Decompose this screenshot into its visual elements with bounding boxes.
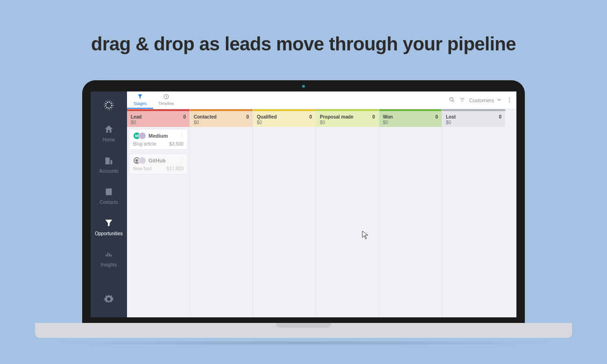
- card-company: GitHub: [148, 158, 166, 163]
- laptop-bezel: Home Accounts Contacts: [82, 80, 525, 323]
- contact-avatar: [139, 132, 146, 140]
- sidebar-item-label: Accounts: [99, 168, 118, 174]
- sidebar-item-contacts[interactable]: Contacts: [99, 187, 118, 205]
- laptop-mockup: Home Accounts Contacts: [82, 80, 525, 345]
- gear-icon: [104, 298, 114, 306]
- svg-rect-5: [111, 255, 112, 257]
- laptop-base: [35, 323, 572, 338]
- funnel-icon: [137, 93, 143, 101]
- kanban-column-lost[interactable]: Lost 0 $0: [442, 109, 505, 317]
- sidebar-item-label: Contacts: [99, 200, 118, 205]
- more-icon[interactable]: [506, 97, 513, 104]
- stage-name: Proposal made: [320, 114, 353, 119]
- sidebar-item-label: Opportunities: [95, 231, 122, 236]
- sidebar-item-home[interactable]: Home: [103, 124, 115, 142]
- stage-amount: $0: [257, 120, 312, 125]
- kanban-column-won[interactable]: Won 0 $0: [379, 109, 442, 317]
- stage-amount: $0: [446, 120, 501, 125]
- kanban-column-lead[interactable]: Lead 0 $0 M Medium: [127, 109, 190, 317]
- view-selector-label: Customers: [469, 98, 494, 103]
- stage-name: Lost: [446, 114, 456, 119]
- card-company: Medium: [148, 133, 168, 139]
- topbar-actions: Customers: [449, 91, 513, 109]
- page-headline: drag & drop as leads move through your p…: [0, 34, 607, 55]
- svg-point-9: [509, 99, 510, 100]
- stage-count: 0: [499, 114, 501, 119]
- column-header: Lost 0 $0: [442, 109, 505, 127]
- card-subject: Blog article: [133, 141, 156, 147]
- tab-timeline[interactable]: Timeline: [153, 91, 179, 109]
- stage-name: Qualified: [257, 114, 277, 119]
- contact-avatar: [139, 157, 146, 164]
- avatar-stack: M: [133, 132, 146, 140]
- kanban-column-proposal[interactable]: Proposal made 0 $0: [316, 109, 379, 317]
- stage-count: 0: [183, 114, 186, 119]
- settings-button[interactable]: [104, 294, 114, 306]
- svg-rect-2: [106, 254, 107, 257]
- card-subject: New font: [133, 166, 151, 171]
- home-icon: [104, 124, 114, 135]
- stage-amount: $0: [383, 120, 438, 125]
- column-header: Proposal made 0 $0: [316, 109, 379, 127]
- tab-label: Stages: [134, 101, 147, 106]
- card-more-icon[interactable]: ⋮: [179, 132, 184, 138]
- kanban-board: Lead 0 $0 M Medium: [127, 109, 516, 317]
- svg-point-10: [509, 101, 510, 102]
- sidebar-item-insights[interactable]: Insights: [101, 249, 117, 267]
- opportunity-card[interactable]: GitHub ⋮ New font $17,800: [129, 154, 188, 175]
- svg-point-0: [106, 102, 112, 108]
- opportunity-card[interactable]: M Medium ⋮ Blog article $3,500: [129, 129, 188, 150]
- contact-icon: [104, 187, 114, 198]
- stage-amount: $0: [131, 120, 186, 125]
- kanban-column-contacted[interactable]: Contacted 0 $0: [190, 109, 253, 317]
- building-icon: [104, 155, 114, 167]
- main-area: Stages Timeline: [127, 91, 516, 317]
- app-screen: Home Accounts Contacts: [91, 91, 516, 317]
- sidebar: Home Accounts Contacts: [91, 91, 127, 317]
- stage-count: 0: [246, 114, 249, 119]
- app-logo[interactable]: [103, 98, 115, 110]
- column-header: Contacted 0 $0: [190, 109, 253, 127]
- view-selector[interactable]: Customers: [469, 97, 502, 104]
- tab-label: Timeline: [158, 101, 174, 106]
- clock-icon: [163, 93, 169, 101]
- view-tabs: Stages Timeline: [127, 91, 179, 109]
- column-header: Qualified 0 $0: [253, 109, 316, 127]
- tab-stages[interactable]: Stages: [127, 91, 153, 109]
- stage-count: 0: [372, 114, 375, 119]
- sidebar-item-label: Insights: [101, 262, 117, 267]
- search-icon[interactable]: [449, 97, 455, 104]
- stage-name: Won: [383, 114, 393, 119]
- chevron-down-icon: [496, 97, 502, 104]
- avatar-stack: [133, 157, 146, 164]
- stage-amount: $0: [320, 120, 375, 125]
- filter-icon[interactable]: [459, 97, 466, 104]
- laptop-camera: [302, 85, 305, 88]
- sidebar-item-opportunities[interactable]: Opportunities: [95, 218, 122, 236]
- svg-point-8: [509, 97, 510, 98]
- card-more-icon[interactable]: ⋮: [179, 157, 184, 163]
- stage-name: Lead: [131, 114, 141, 119]
- laptop-shadow: [35, 341, 572, 345]
- stage-count: 0: [435, 114, 438, 119]
- funnel-icon: [104, 218, 114, 229]
- stage-name: Contacted: [194, 114, 217, 119]
- card-amount: $3,500: [169, 141, 184, 147]
- column-header: Lead 0 $0: [127, 109, 190, 127]
- svg-point-7: [450, 98, 453, 101]
- stage-amount: $0: [194, 120, 249, 125]
- topbar: Stages Timeline: [127, 91, 516, 109]
- svg-rect-4: [109, 253, 110, 256]
- sidebar-item-accounts[interactable]: Accounts: [99, 155, 118, 174]
- sidebar-item-label: Home: [103, 137, 115, 142]
- stage-count: 0: [309, 114, 312, 119]
- card-amount: $17,800: [167, 166, 184, 171]
- column-header: Won 0 $0: [379, 109, 442, 127]
- insights-icon: [104, 249, 114, 260]
- kanban-column-qualified[interactable]: Qualified 0 $0: [253, 109, 316, 317]
- svg-rect-3: [107, 252, 108, 256]
